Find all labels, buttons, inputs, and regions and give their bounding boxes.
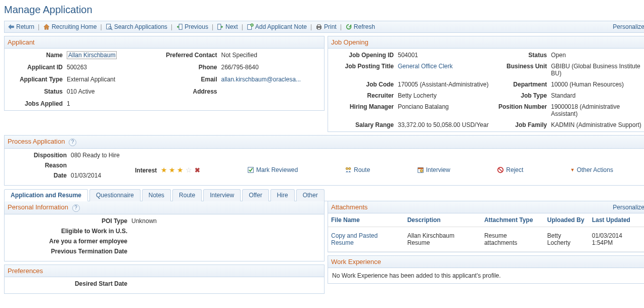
salary-range-value: 33,372.00 to 50,058.00 USD/Year [398,121,490,128]
other-actions-button[interactable]: ▼ Other Actions [570,166,613,173]
preferred-contact-label: Preferred Contact [166,52,221,59]
hiring-manager-label: Hiring Manager [332,103,398,117]
tab-notes[interactable]: Notes [142,189,171,201]
phone-label: Phone [166,64,221,71]
attachment-description: Allan Kirschbaum Resume [404,227,481,252]
help-icon[interactable]: ? [69,139,76,146]
add-applicant-note-button[interactable]: Add Applicant Note [247,23,307,30]
jobs-applied-value: 1 [67,100,166,107]
applicant-status-value: 010 Active [67,88,166,95]
reject-button[interactable]: Reject [497,166,523,173]
svg-point-11 [346,167,348,169]
former-employee-label: Are you a former employee [9,238,131,245]
star-icon: ★ [161,166,167,174]
refresh-button[interactable]: Refresh [345,23,375,30]
department-value: 10000 (Human Resources) [551,81,643,88]
tab-questionnaire[interactable]: Questionnaire [89,189,141,201]
applicant-panel: Applicant Name Allan Kirschbaum Preferre… [4,36,325,111]
svg-rect-14 [418,168,423,169]
home-icon [43,23,50,30]
jo-status-value: Open [551,52,643,59]
job-opening-panel: Job Opening Job Opening ID 504001 Status… [328,36,644,132]
print-button[interactable]: Print [315,23,337,30]
return-icon [8,23,15,30]
disposition-value: 080 Ready to Hire [71,152,135,159]
process-application-header: Process Application [8,138,65,145]
position-number-value: 19000018 (Administrative Assistant) [551,103,643,117]
tab-route[interactable]: Route [172,189,202,201]
jobs-applied-label: Jobs Applied [9,100,67,107]
job-posting-title-link[interactable]: General Office Clerk [398,63,453,70]
svg-rect-4 [218,24,221,30]
recruiter-value: Betty Locherty [398,92,490,99]
recruiter-label: Recruiter [332,92,398,99]
recruiting-home-button[interactable]: Recruiting Home [43,23,97,30]
tab-other[interactable]: Other [296,189,325,201]
date-label: Date [9,172,71,179]
help-icon[interactable]: ? [72,204,80,212]
job-opening-id-value: 504001 [398,52,490,59]
print-icon [315,23,323,30]
applicant-header: Applicant [8,38,34,46]
personal-information-header: Personal Information [8,203,68,211]
attachment-last-updated: 01/03/2014 1:54PM [589,227,644,252]
address-value [221,88,320,95]
job-family-value: KADMIN (Administrative Support) [551,121,643,128]
tab-interview[interactable]: Interview [203,189,241,201]
interest-rating[interactable]: Interest ★ ★ ★ ☆ ✖ [135,166,200,174]
attachment-uploaded-by: Betty Locherty [544,227,589,252]
preferences-header: Preferences [8,267,43,275]
applicant-id-label: Applicant ID [9,64,67,71]
application-tabs: Application and Resume Questionnaire Not… [4,189,644,201]
col-last-updated[interactable]: Last Updated [589,213,644,227]
search-icon [106,23,113,30]
job-type-label: Job Type [490,92,551,99]
tab-hire[interactable]: Hire [270,189,295,201]
table-row: Copy and Pasted Resume Allan Kirschbaum … [328,227,644,252]
date-value: 01/03/2014 [71,172,135,179]
interest-label: Interest [135,167,157,174]
star-empty-icon: ☆ [186,166,192,174]
tab-application-and-resume[interactable]: Application and Resume [4,189,88,201]
search-applications-button[interactable]: Search Applications [106,23,167,30]
attachments-personalize-link[interactable]: Personalize [613,204,644,211]
route-button[interactable]: Route [345,166,370,173]
action-toolbar: Return | Recruiting Home | Search Applic… [4,21,644,33]
svg-rect-3 [179,24,182,30]
svg-line-2 [111,29,112,30]
route-icon [345,166,352,173]
applicant-name-link[interactable]: Allan Kirschbaum [67,51,117,59]
personal-information-panel: Personal Information ? POI Type Unknown … [4,201,325,261]
col-description[interactable]: Description [404,213,481,227]
work-experience-panel: Work Experience No Work Experience has b… [328,255,644,284]
return-button[interactable]: Return [8,23,34,30]
col-file-name[interactable]: File Name [328,213,404,227]
col-attachment-type[interactable]: Attachment Type [481,213,544,227]
personalize-link[interactable]: Personalize [613,23,644,30]
termination-date-label: Previous Termination Date [9,248,131,255]
poi-type-label: POI Type [9,217,131,225]
page-title: Manage Application [4,4,644,16]
col-uploaded-by[interactable]: Uploaded By [544,213,589,227]
business-unit-label: Business Unit [490,63,551,77]
next-icon [217,23,224,30]
mark-reviewed-button[interactable]: Mark Reviewed [247,166,298,173]
work-experience-header: Work Experience [331,258,381,266]
refresh-icon [345,23,352,30]
preferences-panel: Preferences Desired Start Date [4,265,325,294]
next-button[interactable]: Next [217,23,238,30]
position-number-label: Position Number [490,103,551,117]
interview-button[interactable]: Interview [417,166,450,173]
previous-button[interactable]: Previous [176,23,208,30]
tab-offer[interactable]: Offer [242,189,268,201]
svg-point-15 [420,169,423,172]
disposition-label: Disposition [9,152,71,159]
applicant-id-value: 500263 [67,64,166,71]
check-icon [247,166,254,173]
attachment-type: Resume attachments [481,227,544,252]
attachment-file-link[interactable]: Copy and Pasted Resume [331,232,378,246]
email-link[interactable]: allan.kirschbaum@oraclesa... [221,76,301,83]
clear-icon[interactable]: ✖ [195,166,200,174]
svg-rect-9 [317,28,320,30]
jo-status-label: Status [490,52,551,59]
